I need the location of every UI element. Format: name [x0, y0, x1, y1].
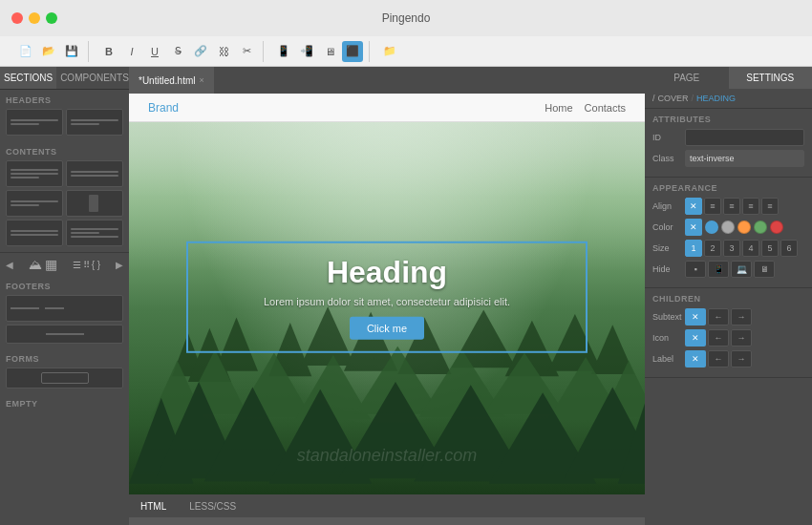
mobile-view-button[interactable]: 📱: [273, 41, 294, 62]
subtext-x-button[interactable]: ✕: [685, 308, 706, 326]
size-1-button[interactable]: 1: [685, 240, 702, 257]
label-x-button[interactable]: ✕: [685, 350, 706, 368]
tablet-view-button[interactable]: 📲: [296, 41, 317, 62]
icon-up-button[interactable]: ←: [708, 329, 729, 346]
prev-page-button[interactable]: ◀: [6, 260, 13, 270]
content-item-4[interactable]: [66, 190, 123, 217]
italic-button[interactable]: I: [121, 41, 142, 62]
content-item-3[interactable]: [6, 190, 63, 217]
form-item-1[interactable]: [6, 368, 123, 388]
subtext: Lorem ipsum dolor sit amet, consectetur …: [203, 296, 570, 307]
color-blue[interactable]: [705, 220, 718, 234]
less-css-tab[interactable]: LESS/CSS: [178, 498, 247, 514]
folder-button[interactable]: 📁: [379, 41, 400, 62]
class-input[interactable]: [685, 150, 804, 167]
breadcrumb-cover[interactable]: COVER: [658, 94, 689, 103]
align-center-button[interactable]: ≡: [723, 198, 740, 215]
underline-button[interactable]: U: [144, 41, 165, 62]
open-file-button[interactable]: 📂: [38, 41, 59, 62]
components-tab[interactable]: COMPONENTS: [56, 67, 133, 89]
size-2-button[interactable]: 2: [704, 240, 721, 257]
link-button[interactable]: 🔗: [190, 41, 211, 62]
size-5-button[interactable]: 5: [761, 240, 779, 257]
size-3-button[interactable]: 3: [723, 240, 740, 257]
align-x-button[interactable]: ✕: [685, 198, 702, 215]
content-item-2[interactable]: [66, 160, 123, 187]
layout-icon: ▦: [45, 257, 57, 272]
headers-grid: [6, 109, 123, 136]
hide-md-button[interactable]: 💻: [731, 261, 752, 278]
brand-text: Brand: [148, 101, 179, 115]
align-left-button[interactable]: ≡: [704, 198, 721, 215]
hide-xs-button[interactable]: ▪: [685, 261, 706, 278]
subtext-up-button[interactable]: ←: [708, 308, 729, 326]
titlebar: Pingendo: [0, 0, 812, 36]
sections-tab[interactable]: SECTIONS: [0, 67, 56, 89]
minimize-button[interactable]: [29, 12, 40, 24]
canvas-area: Brand Home Contacts: [129, 94, 645, 525]
file-tab-close[interactable]: ×: [199, 75, 203, 85]
nav-link-home[interactable]: Home: [545, 102, 572, 114]
icon-row: Icon ✕ ← →: [652, 329, 804, 346]
heading-container[interactable]: Heading Lorem ipsum dolor sit amet, cons…: [186, 242, 588, 353]
color-x-button[interactable]: ✕: [685, 219, 702, 236]
desktop-view-button[interactable]: 🖥: [319, 41, 340, 62]
save-file-button[interactable]: 💾: [61, 41, 82, 62]
next-page-button[interactable]: ▶: [116, 260, 123, 270]
canvas-content: Heading Lorem ipsum dolor sit amet, cons…: [129, 122, 645, 494]
children-label: CHILDREN: [652, 294, 804, 304]
id-row: ID: [652, 129, 804, 146]
unlink-button[interactable]: ⛓: [213, 41, 234, 62]
nav-link-contacts[interactable]: Contacts: [585, 102, 626, 114]
main-layout: SECTIONS COMPONENTS HEADERS CONTENTS: [0, 67, 812, 525]
size-label: Size: [652, 243, 681, 253]
window-controls: [11, 12, 57, 24]
size-6-button[interactable]: 6: [780, 240, 798, 257]
id-input[interactable]: [685, 129, 804, 146]
bold-button[interactable]: B: [98, 41, 119, 62]
hide-lg-button[interactable]: 🖥: [754, 261, 775, 278]
forms-section: FORMS: [0, 348, 129, 393]
contents-label: CONTENTS: [6, 147, 123, 157]
hide-sm-button[interactable]: 📱: [708, 261, 729, 278]
content-item-6[interactable]: [66, 220, 123, 246]
file-tab[interactable]: *Untitled.html ×: [129, 67, 214, 94]
align-justify-button[interactable]: ≡: [761, 198, 779, 215]
align-buttons: ✕ ≡ ≡ ≡ ≡: [685, 198, 779, 215]
color-green[interactable]: [754, 220, 767, 234]
cta-button[interactable]: Click me: [350, 317, 424, 340]
strikethrough-button[interactable]: S̶: [167, 41, 188, 62]
subtext-down-button[interactable]: →: [731, 308, 752, 326]
maximize-button[interactable]: [46, 12, 57, 24]
icon-down-button[interactable]: →: [731, 329, 752, 346]
app-title: Pingendo: [382, 11, 431, 25]
align-right-button[interactable]: ≡: [742, 198, 759, 215]
label-up-button[interactable]: ←: [708, 350, 729, 368]
new-file-button[interactable]: 📄: [15, 41, 36, 62]
breadcrumb-heading: HEADING: [696, 94, 736, 103]
icon-x-button[interactable]: ✕: [685, 329, 706, 346]
close-button[interactable]: [11, 12, 23, 24]
right-panel: PAGE SETTINGS / COVER / HEADING ATTRIBUT…: [645, 67, 812, 525]
color-orange[interactable]: [737, 220, 751, 234]
icon-child-label: Icon: [652, 333, 681, 343]
header-item-1[interactable]: [6, 109, 63, 136]
scissors-button[interactable]: ✂: [236, 41, 257, 62]
headers-section: HEADERS: [0, 90, 129, 141]
color-gray[interactable]: [721, 220, 735, 234]
html-tab[interactable]: HTML: [129, 498, 178, 514]
class-label: Class: [652, 154, 681, 163]
header-item-2[interactable]: [66, 109, 123, 136]
size-4-button[interactable]: 4: [742, 240, 759, 257]
color-red[interactable]: [770, 220, 783, 234]
footer-item-2[interactable]: [6, 325, 123, 344]
label-row: Label ✕ ← →: [652, 350, 804, 368]
content-item-5[interactable]: [6, 220, 63, 246]
widescreen-view-button[interactable]: ⬛: [342, 41, 363, 62]
content-item-1[interactable]: [6, 160, 63, 187]
footer-item-1[interactable]: [6, 295, 123, 322]
headers-label: HEADERS: [6, 95, 123, 105]
settings-tab[interactable]: SETTINGS: [729, 67, 813, 89]
page-tab[interactable]: PAGE: [645, 67, 729, 89]
label-down-button[interactable]: →: [731, 350, 752, 368]
